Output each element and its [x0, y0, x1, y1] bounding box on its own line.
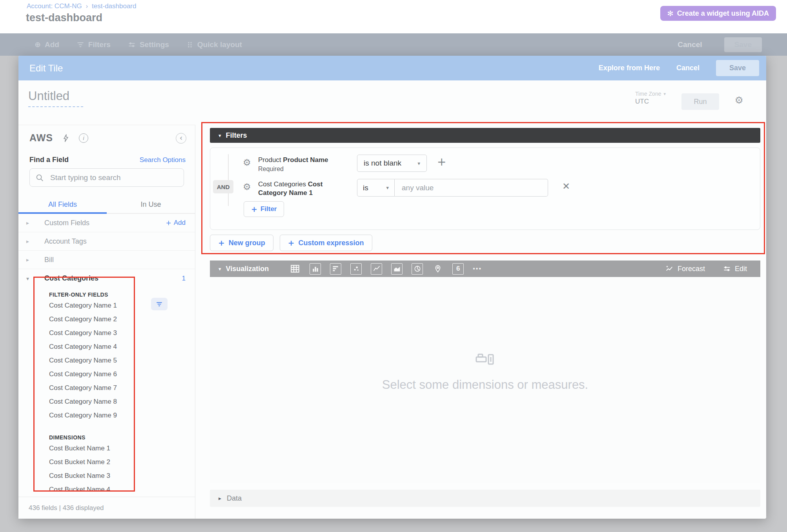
custom-expression-button[interactable]: + Custom expression [280, 235, 372, 251]
search-icon [35, 173, 44, 182]
sidebar-item-bill[interactable]: ▸ Bill [18, 251, 195, 269]
add-label: Add [174, 219, 186, 227]
map-viz-icon[interactable] [432, 263, 443, 275]
toolbar-settings-button[interactable]: Settings [128, 40, 169, 49]
new-group-button[interactable]: + New group [210, 235, 273, 251]
plus-icon: + [218, 239, 225, 247]
field-item[interactable]: Cost Category Name 9 [49, 412, 117, 419]
bill-label: Bill [44, 256, 54, 264]
search-options-link[interactable]: Search Options [140, 156, 186, 164]
edit-viz-button[interactable]: Edit [723, 265, 747, 273]
tab-all-fields[interactable]: All Fields [18, 196, 107, 213]
empty-state-text: Select some dimensions or measures. [382, 378, 588, 392]
chevron-left-icon: ‹ [180, 134, 183, 142]
add-filter-button[interactable]: + Filter [244, 201, 284, 217]
table-viz-icon[interactable] [289, 263, 301, 275]
run-button[interactable]: Run [681, 93, 719, 110]
custom-fields-label: Custom Fields [44, 219, 89, 227]
column-chart-viz-icon[interactable] [310, 263, 321, 275]
toolbar-settings-label: Settings [140, 40, 169, 49]
toolbar-add-label: Add [45, 40, 59, 49]
operator-value: is not blank [364, 159, 401, 168]
more-viz-types-icon[interactable]: ••• [473, 265, 482, 272]
field-item[interactable]: Cost Category Name 7 [49, 384, 117, 392]
area-chart-viz-icon[interactable] [391, 263, 403, 275]
edit-tile-header-actions: Explore from Here Cancel Save [599, 60, 759, 76]
sliders-icon [723, 265, 731, 273]
field-item[interactable]: Cost Bucket Name 2 [49, 458, 110, 466]
filter-gear-icon[interactable]: ⚙ [243, 158, 251, 167]
cost-categories-label: Cost Categories [44, 274, 98, 282]
filter-view-name: Product [258, 156, 281, 164]
pie-chart-viz-icon[interactable] [412, 263, 423, 275]
breadcrumb-account-link[interactable]: Account: CCM-NG [27, 2, 82, 10]
timezone-selector[interactable]: Time Zone ▾ UTC [635, 91, 666, 106]
page-title: test-dashboard [26, 12, 102, 24]
explore-from-here-button[interactable]: Explore from Here [599, 64, 660, 72]
caret-down-icon: ▾ [26, 276, 36, 281]
plus-icon: + [251, 206, 257, 213]
search-input[interactable] [49, 173, 178, 182]
filter-field-cost-category: Cost Categories Cost Category Name 1 [258, 180, 352, 197]
field-item[interactable]: Cost Category Name 3 [49, 329, 117, 337]
collapse-sidebar-button[interactable]: ‹ [176, 133, 186, 144]
field-item[interactable]: Cost Bucket Name 4 [49, 486, 110, 494]
modal-cancel-button[interactable]: Cancel [676, 64, 700, 72]
bar-chart-viz-icon[interactable] [330, 263, 341, 275]
toolbar-filters-button[interactable]: Filters [77, 40, 111, 49]
field-item[interactable]: Cost Category Name 1 [49, 302, 117, 310]
tab-in-use[interactable]: In Use [107, 196, 195, 213]
field-item[interactable]: Cost Bucket Name 1 [49, 445, 110, 452]
operator-dropdown-is-not-blank[interactable]: is not blank ▾ [357, 155, 427, 172]
add-filter-value-plus-icon[interactable]: + [437, 157, 446, 168]
dashboard-toolbar: ⊕ Add Filters Settings Quick layout [0, 33, 787, 56]
edit-tile-header: Edit Tile Explore from Here Cancel Save [18, 56, 766, 80]
sidebar-item-custom-fields[interactable]: ▸ Custom Fields + Add [18, 214, 195, 232]
aida-flower-icon: ✻ [667, 10, 674, 17]
custom-expression-label: Custom expression [299, 239, 364, 247]
create-widget-aida-button[interactable]: ✻ Create a widget using AIDA [660, 6, 776, 21]
data-section-bar[interactable]: ▸ Data [210, 490, 760, 507]
forecast-button[interactable]: Forecast [665, 264, 705, 273]
edit-tile-title: Edit Tile [29, 63, 63, 74]
visualization-section-bar[interactable]: ▾ Visualization [210, 261, 760, 277]
field-item[interactable]: Cost Category Name 8 [49, 398, 117, 406]
toolbar-add-button[interactable]: ⊕ Add [35, 40, 59, 49]
funnel-icon [77, 41, 84, 49]
remove-filter-icon[interactable]: ✕ [562, 182, 570, 191]
line-chart-viz-icon[interactable] [371, 263, 382, 275]
scatter-viz-icon[interactable] [350, 263, 362, 275]
filter-only-fields-header: FILTER-ONLY FIELDS [49, 292, 108, 298]
caret-down-icon: ▾ [219, 133, 221, 138]
field-item[interactable]: Cost Category Name 6 [49, 370, 117, 378]
add-custom-field-link[interactable]: + Add [166, 219, 186, 227]
circle-plus-icon: ⊕ [35, 41, 41, 48]
field-item[interactable]: Cost Category Name 4 [49, 343, 117, 351]
edit-tile-modal: Edit Tile Explore from Here Cancel Save … [18, 56, 766, 519]
filter-value-input[interactable] [395, 179, 548, 197]
filter-gear-icon[interactable]: ⚙ [243, 182, 251, 191]
tile-name-input[interactable]: Untitled [28, 89, 83, 107]
filters-section-bar[interactable]: ▾ Filters [210, 128, 760, 143]
sidebar-item-cost-categories[interactable]: ▾ Cost Categories 1 [18, 269, 195, 288]
caret-down-icon: ▾ [386, 185, 389, 190]
field-item[interactable]: Cost Category Name 5 [49, 357, 117, 364]
and-connector-chip[interactable]: AND [213, 180, 233, 193]
visualization-empty-state: Select some dimensions or measures. [210, 277, 760, 483]
field-item[interactable]: Cost Bucket Name 3 [49, 472, 110, 480]
info-icon[interactable]: i [79, 133, 88, 143]
operator-dropdown-is[interactable]: is ▾ [357, 179, 395, 197]
dimensions-header: DIMENSIONS [49, 434, 86, 441]
single-value-viz-icon[interactable]: 6 [452, 263, 464, 275]
screen: Account: CCM-NG › test-dashboard test-da… [0, 0, 787, 532]
sidebar-item-account-tags[interactable]: ▸ Account Tags [18, 232, 195, 251]
dashboard-cancel-button[interactable]: Cancel [678, 40, 702, 49]
dashboard-save-button[interactable]: Save [724, 37, 762, 52]
toolbar-quick-layout-button[interactable]: Quick layout [186, 40, 242, 49]
query-settings-gear-icon[interactable]: ⚙ [735, 95, 743, 105]
field-item[interactable]: Cost Category Name 2 [49, 315, 117, 323]
aida-button-label: Create a widget using AIDA [677, 9, 769, 18]
breadcrumb-page-link[interactable]: test-dashboard [92, 2, 136, 10]
field-filter-toggle[interactable] [151, 298, 168, 310]
modal-save-button[interactable]: Save [716, 60, 759, 76]
